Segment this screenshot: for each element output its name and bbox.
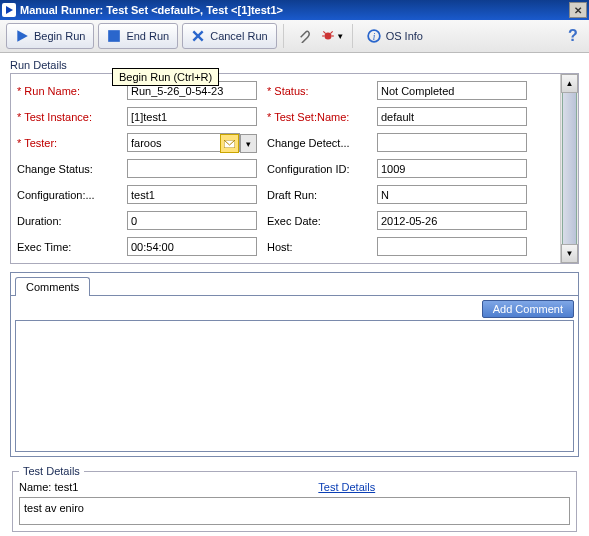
field-label: Configuration:... — [17, 189, 95, 201]
field-input[interactable] — [377, 211, 527, 230]
defect-button[interactable]: ▼ — [320, 23, 346, 49]
test-name-value: test1 — [54, 481, 78, 493]
paperclip-icon — [296, 29, 310, 43]
svg-text:i: i — [372, 32, 375, 42]
field-input[interactable] — [377, 185, 527, 204]
end-run-button[interactable]: End Run — [98, 23, 178, 49]
begin-run-button[interactable]: Begin Run — [6, 23, 94, 49]
app-icon — [2, 3, 16, 17]
field-label: * Status: — [267, 85, 309, 97]
add-comment-button[interactable]: Add Comment — [482, 300, 574, 318]
svg-rect-2 — [109, 30, 121, 42]
svg-marker-0 — [6, 6, 13, 14]
attach-button[interactable] — [290, 23, 316, 49]
scroll-down-icon[interactable]: ▼ — [561, 244, 578, 263]
tooltip: Begin Run (Ctrl+R) — [112, 68, 219, 86]
comments-textarea[interactable] — [15, 320, 574, 452]
field-label: Host: — [267, 241, 293, 253]
chevron-down-icon: ▼ — [336, 32, 344, 41]
field-label: Exec Time: — [17, 241, 71, 253]
cancel-run-button[interactable]: Cancel Run — [182, 23, 276, 49]
field-label: Duration: — [17, 215, 62, 227]
svg-line-8 — [324, 31, 326, 33]
svg-line-9 — [331, 31, 333, 33]
field-input[interactable] — [377, 107, 527, 126]
cancel-icon — [191, 29, 205, 43]
field-label: * Test Set:Name: — [267, 111, 349, 123]
field-input[interactable] — [127, 237, 257, 256]
field-label: Change Status: — [17, 163, 93, 175]
os-info-button[interactable]: i OS Info — [359, 24, 431, 48]
field-label: * Tester: — [17, 137, 57, 149]
info-icon: i — [367, 29, 381, 43]
envelope-icon[interactable] — [220, 134, 239, 153]
field-input[interactable] — [377, 237, 527, 256]
test-details-legend: Test Details — [19, 465, 84, 477]
close-button[interactable]: ✕ — [569, 2, 587, 18]
svg-marker-1 — [17, 30, 27, 42]
help-button[interactable]: ? — [563, 26, 583, 46]
field-label: * Run Name: — [17, 85, 80, 97]
tab-comments[interactable]: Comments — [15, 277, 90, 296]
begin-run-label: Begin Run — [34, 30, 85, 42]
scroll-up-icon[interactable]: ▲ — [561, 74, 578, 93]
field-input[interactable] — [377, 133, 527, 152]
test-details-link[interactable]: Test Details — [318, 481, 375, 493]
field-label: Configuration ID: — [267, 163, 350, 175]
scroll-thumb[interactable] — [562, 91, 577, 246]
field-input[interactable] — [127, 107, 257, 126]
bug-icon — [321, 29, 335, 43]
run-details-form: * Run Name:* Test Instance:* Tester:Chan… — [10, 73, 579, 264]
field-label: Change Detect... — [267, 137, 350, 149]
field-input[interactable] — [127, 159, 257, 178]
cancel-run-label: Cancel Run — [210, 30, 267, 42]
form-scrollbar[interactable]: ▲ ▼ — [560, 74, 578, 263]
os-info-label: OS Info — [386, 30, 423, 42]
field-label: Exec Date: — [267, 215, 321, 227]
field-input[interactable] — [127, 211, 257, 230]
end-run-label: End Run — [126, 30, 169, 42]
field-input[interactable] — [377, 81, 527, 100]
window-title: Manual Runner: Test Set <default>, Test … — [20, 4, 283, 16]
field-label: * Test Instance: — [17, 111, 92, 123]
field-input[interactable] — [127, 185, 257, 204]
field-label: Draft Run: — [267, 189, 317, 201]
stop-icon — [107, 29, 121, 43]
test-name-label: Name: — [19, 481, 51, 493]
run-details-label: Run Details — [10, 59, 579, 71]
test-description: test av eniro — [19, 497, 570, 525]
field-input[interactable] — [377, 159, 527, 178]
chevron-down-icon[interactable]: ▾ — [240, 134, 257, 153]
play-icon — [15, 29, 29, 43]
